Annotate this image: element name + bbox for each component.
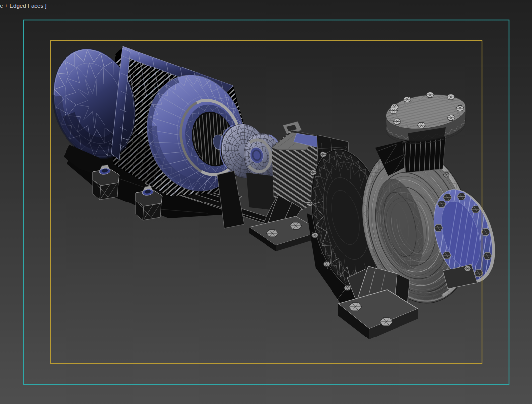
svg-text:ic + Edged Faces ]: ic + Edged Faces ] [0,3,47,9]
